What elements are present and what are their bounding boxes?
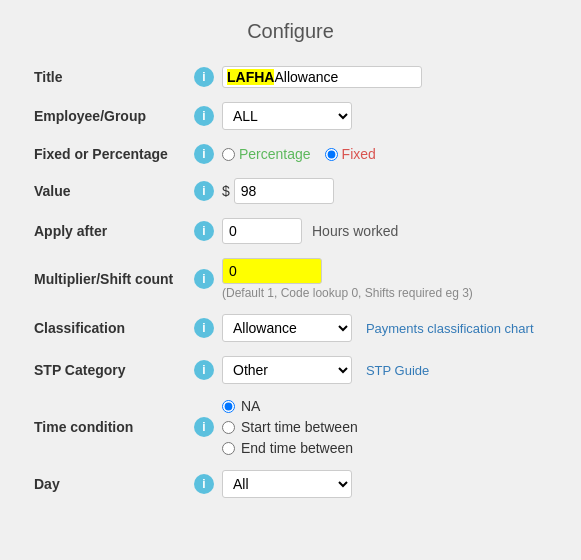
apply-after-input-group: Hours worked (222, 218, 547, 244)
time-end-label[interactable]: End time between (222, 440, 547, 456)
fixed-label: Fixed (342, 146, 376, 162)
employee-value-cell: ALLSpecific EmployeeGroup (218, 95, 551, 137)
multiplier-row: Multiplier/Shift count i (Default 1, Cod… (30, 251, 551, 307)
payments-classification-link[interactable]: Payments classification chart (366, 321, 534, 336)
percentage-label: Percentage (239, 146, 311, 162)
fixed-percentage-radio-group: Percentage Fixed (222, 146, 547, 162)
classification-value-cell: AllowanceDeductionOther Payments classif… (218, 307, 551, 349)
time-na-radio[interactable] (222, 400, 235, 413)
stp-value-cell: OtherRegular IncomeAllowanceOvertime STP… (218, 349, 551, 391)
fixed-percentage-info-icon[interactable]: i (194, 144, 214, 164)
day-info-cell: i (190, 463, 218, 505)
stp-info-cell: i (190, 349, 218, 391)
form-table: Title i LAFHA Allowance Employee/Group i… (30, 59, 551, 505)
time-start-label[interactable]: Start time between (222, 419, 547, 435)
employee-label: Employee/Group (30, 95, 190, 137)
multiplier-label: Multiplier/Shift count (30, 251, 190, 307)
fixed-percentage-label: Fixed or Percentage (30, 137, 190, 171)
classification-label: Classification (30, 307, 190, 349)
apply-after-value-cell: Hours worked (218, 211, 551, 251)
fixed-percentage-info-cell: i (190, 137, 218, 171)
fixed-radio-label[interactable]: Fixed (325, 146, 376, 162)
time-condition-group: NA Start time between End time between (222, 398, 547, 456)
value-label: Value (30, 171, 190, 211)
value-input-group: $ (222, 178, 547, 204)
time-condition-row: Time condition i NA Start time between (30, 391, 551, 463)
fixed-percentage-row: Fixed or Percentage i Percentage Fixed (30, 137, 551, 171)
configure-container: Configure Title i LAFHA Allowance Employ… (10, 10, 571, 525)
percentage-radio[interactable] (222, 148, 235, 161)
classification-row: Classification i AllowanceDeductionOther… (30, 307, 551, 349)
fixed-radio[interactable] (325, 148, 338, 161)
apply-after-info-cell: i (190, 211, 218, 251)
value-info-cell: i (190, 171, 218, 211)
time-start-text: Start time between (241, 419, 358, 435)
stp-guide-link[interactable]: STP Guide (366, 363, 429, 378)
employee-select[interactable]: ALLSpecific EmployeeGroup (222, 102, 352, 130)
day-value-cell: AllMondayTuesdayWednesdayThursdayFridayS… (218, 463, 551, 505)
time-condition-info-icon[interactable]: i (194, 417, 214, 437)
value-value-cell: $ (218, 171, 551, 211)
classification-info-cell: i (190, 307, 218, 349)
value-info-icon[interactable]: i (194, 181, 214, 201)
time-start-radio[interactable] (222, 421, 235, 434)
multiplier-info-cell: i (190, 251, 218, 307)
time-condition-label: Time condition (30, 391, 190, 463)
time-na-label[interactable]: NA (222, 398, 547, 414)
page-title: Configure (30, 20, 551, 43)
time-condition-info-cell: i (190, 391, 218, 463)
title-value-cell: LAFHA Allowance (218, 59, 551, 95)
title-info-cell: i (190, 59, 218, 95)
title-row: Title i LAFHA Allowance (30, 59, 551, 95)
stp-select[interactable]: OtherRegular IncomeAllowanceOvertime (222, 356, 352, 384)
multiplier-wrapper: (Default 1, Code lookup 0, Shifts requir… (222, 258, 547, 300)
stp-row: STP Category i OtherRegular IncomeAllowa… (30, 349, 551, 391)
day-info-icon[interactable]: i (194, 474, 214, 494)
day-row: Day i AllMondayTuesdayWednesdayThursdayF… (30, 463, 551, 505)
classification-info-icon[interactable]: i (194, 318, 214, 338)
classification-select[interactable]: AllowanceDeductionOther (222, 314, 352, 342)
percentage-radio-label[interactable]: Percentage (222, 146, 311, 162)
multiplier-info-icon[interactable]: i (194, 269, 214, 289)
apply-after-info-icon[interactable]: i (194, 221, 214, 241)
stp-info-icon[interactable]: i (194, 360, 214, 380)
apply-after-input[interactable] (222, 218, 302, 244)
time-na-text: NA (241, 398, 260, 414)
day-select[interactable]: AllMondayTuesdayWednesdayThursdayFridayS… (222, 470, 352, 498)
employee-info-icon[interactable]: i (194, 106, 214, 126)
employee-info-cell: i (190, 95, 218, 137)
multiplier-input[interactable] (222, 258, 322, 284)
apply-after-row: Apply after i Hours worked (30, 211, 551, 251)
time-condition-value-cell: NA Start time between End time between (218, 391, 551, 463)
dollar-sign: $ (222, 183, 230, 199)
apply-after-label: Apply after (30, 211, 190, 251)
title-info-icon[interactable]: i (194, 67, 214, 87)
multiplier-helper: (Default 1, Code lookup 0, Shifts requir… (222, 286, 547, 300)
value-input[interactable] (234, 178, 334, 204)
employee-row: Employee/Group i ALLSpecific EmployeeGro… (30, 95, 551, 137)
day-label: Day (30, 463, 190, 505)
time-end-text: End time between (241, 440, 353, 456)
title-label: Title (30, 59, 190, 95)
stp-label: STP Category (30, 349, 190, 391)
hours-worked-label: Hours worked (312, 223, 398, 239)
time-end-radio[interactable] (222, 442, 235, 455)
fixed-percentage-value-cell: Percentage Fixed (218, 137, 551, 171)
multiplier-value-cell: (Default 1, Code lookup 0, Shifts requir… (218, 251, 551, 307)
value-row: Value i $ (30, 171, 551, 211)
